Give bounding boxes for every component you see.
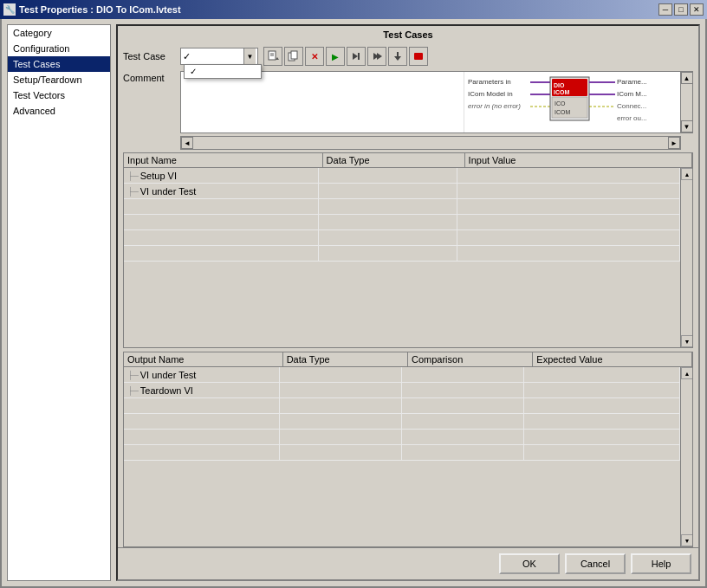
input-value-cell [457,246,680,261]
input-name-cell [124,215,319,229]
comment-text-area[interactable] [181,72,464,132]
maximize-button[interactable]: □ [674,3,688,16]
panel-title: Test Cases [118,26,698,43]
output-scroll-down[interactable]: ▼ [681,534,692,546]
svg-text:error ou...: error ou... [617,114,647,122]
table-row [124,398,680,414]
output-expected-cell [524,430,680,444]
ok-button[interactable]: OK [499,553,560,574]
input-name-cell: ├─ VI under Test [124,184,319,198]
output-table-scrollbar: ▲ ▼ [680,367,692,546]
dropdown-arrow[interactable]: ▼ [243,48,256,64]
svg-text:ICO: ICO [555,100,566,107]
scroll-up-button[interactable]: ▲ [681,72,693,84]
output-type-cell [280,398,402,413]
title-bar-left: 🔧 Test Properties : DIO To ICom.lvtest [3,3,181,16]
table-row [124,414,680,430]
tree-icon: ├─ [127,187,139,196]
output-type-cell [280,414,402,429]
table-row: ├─ VI under Test [124,367,680,383]
step4-button[interactable] [409,47,428,66]
input-table-rows: ├─ Setup VI ├─ VI under Test [124,168,680,347]
data-type-cell [319,199,458,214]
input-scroll-down[interactable]: ▼ [681,335,692,347]
input-name-cell [124,246,319,261]
minimize-button[interactable]: ─ [658,3,672,16]
input-value-cell [457,199,680,214]
diagram-preview: Parameters in ICom Model in error in (no… [464,72,680,132]
input-value-cell [457,168,680,183]
svg-text:ICOM: ICOM [555,109,570,115]
test-case-label: Test Case [123,51,175,61]
sidebar: Category Configuration Test Cases Setup/… [7,24,111,581]
sidebar-item-setup-teardown[interactable]: Setup/Teardown [8,72,110,87]
toolbar: ✕ ▶ [263,47,428,66]
data-type-cell [319,246,458,261]
input-scroll-up[interactable]: ▲ [681,168,692,180]
dropdown-item-1[interactable]: ✓ [185,65,261,78]
svg-text:ICom Model in: ICom Model in [468,90,513,98]
output-comp-cell [402,445,524,460]
table-row [124,215,680,230]
delete-icon: ✕ [311,52,318,61]
tree-icon: ├─ [127,386,139,395]
copy-icon [288,50,300,62]
output-type-cell [280,367,402,382]
output-name-cell [124,398,280,413]
svg-text:Connec...: Connec... [617,102,646,110]
sidebar-item-test-cases[interactable]: Test Cases [8,56,110,72]
help-button[interactable]: Help [631,553,691,574]
comment-label: Comment [123,71,175,83]
content-area: Category Configuration Test Cases Setup/… [2,19,705,586]
step2-button[interactable] [367,47,386,66]
input-table-block: Input Name Data Type Input Value ├─ Setu… [123,152,693,348]
output-table-rows: ├─ VI under Test ├─ [124,367,680,546]
cancel-button[interactable]: Cancel [565,553,626,574]
input-value-cell [457,215,680,229]
new-button[interactable] [263,47,282,66]
hscroll-left-button[interactable]: ◄ [181,137,193,149]
output-comp-cell [402,367,524,382]
title-bar: 🔧 Test Properties : DIO To ICom.lvtest ─… [0,0,707,19]
step-over-icon [371,50,383,62]
step3-button[interactable] [388,47,407,66]
abort-icon [412,50,425,62]
run-button[interactable]: ▶ [326,47,345,66]
input-value-header: Input Value [465,153,692,167]
sidebar-item-configuration[interactable]: Configuration [8,41,110,56]
close-button[interactable]: ✕ [690,3,704,16]
input-value-cell [457,184,680,198]
tree-icon: ├─ [127,171,139,180]
test-case-dropdown[interactable]: ✓ ▼ [180,48,258,65]
vi-diagram-svg: Parameters in ICom Model in error in (no… [468,75,676,131]
input-name-cell [124,230,319,245]
sidebar-item-test-vectors[interactable]: Test Vectors [8,87,110,103]
output-scroll-up[interactable]: ▲ [681,367,692,379]
scroll-down-button[interactable]: ▼ [681,120,693,132]
table-row [124,230,680,246]
table-row [124,246,680,262]
sidebar-item-advanced[interactable]: Advanced [8,103,110,119]
step-out-icon [392,50,404,62]
sidebar-item-category[interactable]: Category [8,25,110,41]
new-icon [267,50,279,62]
copy-button[interactable] [284,47,303,66]
output-expected-cell [524,414,680,429]
delete-button[interactable]: ✕ [305,47,324,66]
svg-text:ICOM: ICOM [554,89,569,95]
output-datatype-header: Data Type [283,352,408,366]
table-row: ├─ Setup VI [124,168,680,184]
svg-text:DIO: DIO [554,82,565,88]
output-comp-cell [402,398,524,413]
data-type-cell [319,168,458,183]
input-name-cell: ├─ Setup VI [124,168,319,183]
diagram-hscrollbar: ◄ ► [123,137,693,149]
input-table-scrollbar: ▲ ▼ [680,168,692,347]
input-value-cell [457,230,680,245]
output-scroll-track [681,379,692,534]
step1-button[interactable] [347,47,366,66]
svg-text:ICom M...: ICom M... [617,90,647,98]
hscroll-right-button[interactable]: ► [668,137,680,149]
input-scroll-track [681,180,692,335]
output-type-cell [280,430,402,444]
